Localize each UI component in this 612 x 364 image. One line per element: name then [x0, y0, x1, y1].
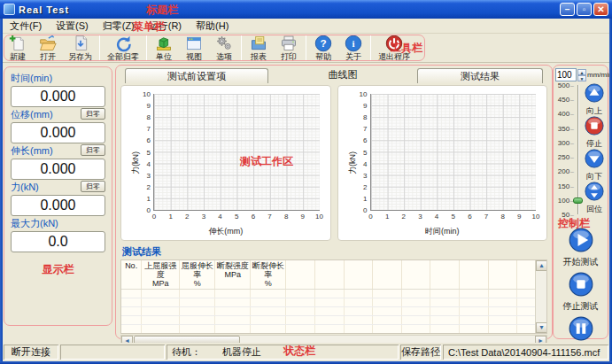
test-button-play[interactable]: 开始测试 [563, 228, 599, 267]
y-tick-label: 1 [363, 194, 367, 202]
speed-spinner[interactable]: ▲ ▼ [577, 69, 586, 81]
jog-button-label: 向上 [586, 106, 602, 115]
toolbar-button-label: 报表 [251, 52, 267, 62]
x-tick-label: 4 [218, 213, 221, 221]
svg-text:?: ? [320, 37, 326, 49]
window-border-left [0, 18, 3, 364]
chart-plot-area: 012345678910012345678910测试工作区 [153, 94, 320, 211]
x-tick-label: 7 [484, 213, 488, 221]
table-cell [373, 334, 402, 335]
table-cell [286, 325, 315, 334]
scroll-down-icon[interactable]: ▼ [536, 322, 547, 333]
scroll-up-icon[interactable]: ▲ [536, 260, 547, 271]
test-button-stop-square[interactable]: 停止测试 [563, 272, 599, 312]
x-axis-label: 伸长(mm) [121, 226, 330, 237]
x-tick-label: 10 [532, 213, 540, 221]
down-icon [585, 149, 604, 172]
jog-button-return[interactable]: 回位 [585, 182, 604, 213]
table-cell [215, 290, 251, 298]
table-cell [315, 298, 345, 307]
tab-3[interactable]: 测试结果 [417, 68, 543, 83]
table-cell [344, 290, 373, 298]
table-cell [460, 307, 489, 316]
toolbar-button-label: 打开 [40, 52, 56, 62]
table-cell [251, 316, 286, 325]
speed-input[interactable] [555, 68, 577, 81]
x-tick-label: 4 [435, 213, 438, 221]
results-vertical-scrollbar[interactable]: ▲ ▼ [535, 260, 546, 333]
toolbar-button-view[interactable]: 视图 [179, 34, 209, 62]
return-icon [585, 182, 604, 205]
x-tick-label: 8 [500, 213, 504, 221]
connection-status: 断开连接 [4, 345, 58, 360]
toolbar-group: 新建打开另存为 [3, 34, 97, 62]
table-cell [215, 298, 251, 307]
table-row [121, 290, 546, 298]
jog-buttons: 向上停止向下回位 [581, 83, 608, 214]
table-cell [460, 298, 489, 307]
y-tick-label: 6 [147, 136, 151, 144]
menu-item-5[interactable]: 帮助(H) [189, 19, 236, 34]
toolbar-button-new-doc[interactable]: 新建 [3, 34, 33, 62]
table-cell [251, 298, 286, 307]
table-cell [430, 298, 460, 307]
x-tick-label: 9 [517, 213, 521, 221]
play-icon [569, 228, 593, 256]
about-icon: i [345, 35, 362, 52]
toolbar-button-unit[interactable]: 单位 [149, 34, 179, 62]
toolbar-button-about[interactable]: i关于 [338, 34, 368, 62]
zero-button[interactable]: 归零 [81, 108, 105, 120]
toolbar-button-label: 另存为 [68, 52, 92, 62]
table-cell [315, 307, 345, 316]
title-bar: Real Test 标题栏 – ▫ ✕ [0, 0, 612, 19]
table-cell [180, 290, 215, 298]
table-cell [251, 290, 286, 298]
speed-slider[interactable]: 50045040035030025020015010050 [554, 85, 583, 214]
toolbar-button-zero-all[interactable]: 全部归零 [102, 34, 144, 62]
x-tick-label: 1 [385, 213, 389, 221]
tab-1[interactable]: 测试前设置项 [125, 68, 268, 83]
zero-button[interactable]: 归零 [81, 181, 105, 192]
toolbar-button-open-folder[interactable]: 打开 [33, 34, 63, 62]
y-tick-label: 3 [363, 171, 367, 179]
jog-button-stop[interactable]: 停止 [585, 116, 604, 148]
jog-button-up[interactable]: 向上 [585, 83, 604, 115]
toolbar-button-help[interactable]: ?帮助 [308, 34, 338, 62]
table-cell [251, 334, 286, 335]
close-button[interactable]: ✕ [593, 3, 608, 16]
x-tick-label: 3 [418, 213, 422, 221]
toolbar-button-options[interactable]: 选项 [209, 34, 239, 62]
table-cell [373, 290, 402, 298]
results-empty-column [488, 260, 517, 290]
menu-item-1[interactable]: 文件(F) [3, 19, 49, 34]
toolbar-button-save-as[interactable]: 另存为 [63, 34, 97, 62]
x-tick-label: 8 [284, 213, 288, 221]
y-tick-label: 0 [363, 206, 367, 214]
zero-button[interactable]: 归零 [81, 144, 105, 156]
menu-item-2[interactable]: 设置(S) [49, 19, 96, 34]
toolbar-button-report[interactable]: 报表 [244, 34, 274, 62]
maximize-button[interactable]: ▫ [577, 3, 592, 16]
y-tick-label: 2 [147, 182, 151, 190]
toolbar-separator [99, 35, 100, 60]
up-icon [585, 83, 604, 106]
table-cell [215, 325, 251, 334]
table-cell [430, 325, 460, 334]
minimize-button[interactable]: – [560, 3, 575, 16]
options-icon [215, 35, 233, 52]
results-column-header: 断裂强度MPa [215, 260, 251, 290]
spinner-down-icon[interactable]: ▼ [577, 75, 586, 81]
y-tick-label: 1 [147, 194, 151, 202]
table-cell [373, 298, 402, 307]
display-field-4: 力(kN)归零0.000 [11, 182, 105, 216]
table-row [121, 325, 546, 334]
spinner-up-icon[interactable]: ▲ [577, 69, 586, 75]
toolbar-button-print[interactable]: 打印 [274, 34, 304, 62]
y-tick-label: 10 [143, 90, 151, 98]
jog-button-down[interactable]: 向下 [585, 149, 604, 181]
table-row [121, 316, 546, 325]
table-cell [344, 307, 373, 316]
table-cell [121, 316, 142, 325]
x-tick-label: 2 [402, 213, 406, 221]
tab-2[interactable]: 曲线图 [268, 68, 417, 83]
